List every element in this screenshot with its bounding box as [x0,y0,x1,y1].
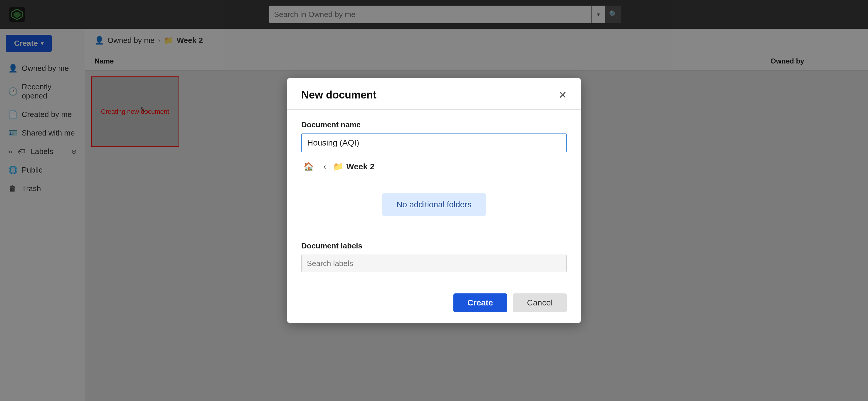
labels-search-input[interactable] [301,255,567,272]
folder-icon: 📁 [333,162,343,171]
modal-divider [301,233,567,233]
doc-labels-label: Document labels [301,241,567,251]
no-folders-text: No additional folders [396,200,471,209]
doc-name-input[interactable] [301,134,567,152]
doc-name-label: Document name [301,120,567,130]
modal-close-button[interactable]: ✕ [558,90,567,100]
folder-home-button[interactable]: 🏠 [301,161,316,173]
modal-footer: Create Cancel [287,293,581,323]
modal-header: New document ✕ [287,78,581,110]
modal-create-button[interactable]: Create [454,293,507,312]
new-document-modal: New document ✕ Document name 🏠 ‹ 📁 Week … [287,78,581,323]
chevron-left-icon: ‹ [323,162,326,171]
no-folders-badge: No additional folders [382,193,486,217]
folder-back-button[interactable]: ‹ [321,161,328,173]
no-folders-area: No additional folders [301,187,567,222]
folder-current: 📁 Week 2 [333,162,374,171]
modal-overlay[interactable]: New document ✕ Document name 🏠 ‹ 📁 Week … [0,0,868,401]
modal-title: New document [301,89,376,101]
home-icon: 🏠 [304,162,314,171]
current-folder-name: Week 2 [346,162,374,171]
modal-body: Document name 🏠 ‹ 📁 Week 2 No additional… [287,110,581,293]
close-icon: ✕ [558,89,567,101]
modal-cancel-button[interactable]: Cancel [513,293,567,312]
folder-nav: 🏠 ‹ 📁 Week 2 [301,161,567,180]
